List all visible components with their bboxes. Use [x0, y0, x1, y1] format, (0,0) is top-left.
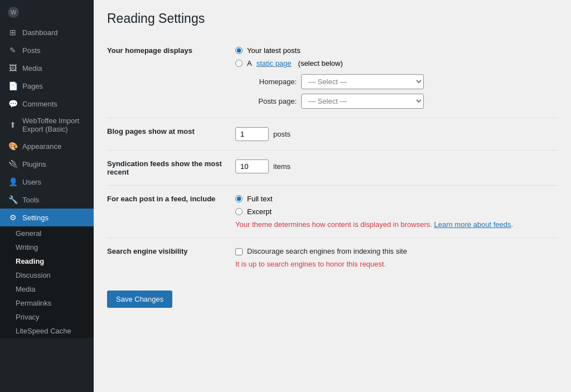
- page-title: Reading Settings: [107, 11, 558, 26]
- pages-icon: 📄: [8, 81, 18, 91]
- homepage-displays-label: Your homepage displays: [107, 37, 235, 118]
- settings-submenu: General Writing Reading Discussion Media…: [0, 226, 94, 338]
- settings-form: Your homepage displays Your latest posts…: [107, 37, 558, 317]
- submenu-media[interactable]: Media: [0, 282, 94, 296]
- search-visibility-checkbox[interactable]: [235, 248, 243, 255]
- syndication-feeds-row: Syndication feeds show the most recent i…: [107, 151, 558, 186]
- homepage-select[interactable]: — Select —: [301, 74, 424, 89]
- blog-pages-label: Blog pages show at most: [107, 118, 235, 151]
- radio-static-suffix: (select below): [298, 59, 343, 67]
- wp-logo-icon: W: [8, 7, 19, 18]
- users-icon: 👤: [8, 177, 18, 187]
- blog-pages-input[interactable]: [235, 127, 269, 141]
- posts-page-select[interactable]: — Select —: [301, 94, 424, 109]
- radio-full-text[interactable]: [235, 195, 243, 202]
- webtoffee-icon: ⬆: [8, 120, 18, 130]
- learn-more-feeds-link[interactable]: Learn more about feeds: [434, 220, 511, 229]
- homepage-displays-field: Your latest posts A static page (select …: [235, 37, 558, 118]
- sidebar-item-label: Dashboard: [22, 28, 58, 37]
- syndication-feeds-label: Syndication feeds show the most recent: [107, 151, 235, 186]
- posts-icon: ✎: [8, 45, 18, 55]
- sidebar-item-tools[interactable]: 🔧 Tools: [0, 191, 94, 209]
- submenu-reading[interactable]: Reading: [0, 254, 94, 268]
- radio-latest-posts-label: Your latest posts: [247, 46, 301, 55]
- static-page-selects: Homepage: — Select — Posts page: — Selec…: [235, 74, 558, 109]
- sidebar-item-pages[interactable]: 📄 Pages: [0, 77, 94, 95]
- sidebar-item-label: Users: [22, 178, 41, 186]
- blog-pages-suffix: posts: [273, 130, 291, 138]
- feed-include-field: Full text Excerpt Your theme determines …: [235, 186, 558, 238]
- sidebar: W ⊞ Dashboard ✎ Posts 🖼 Media 📄 Pages 💬 …: [0, 0, 94, 392]
- submit-row: Save Changes: [107, 277, 558, 317]
- search-visibility-field: Discourage search engines from indexing …: [235, 238, 558, 278]
- static-page-link[interactable]: static page: [257, 59, 292, 67]
- sidebar-item-users[interactable]: 👤 Users: [0, 173, 94, 191]
- radio-excerpt-label: Excerpt: [247, 207, 272, 216]
- homepage-select-label: Homepage:: [246, 78, 297, 86]
- sidebar-item-appearance[interactable]: 🎨 Appearance: [0, 137, 94, 155]
- syndication-feeds-field: items: [235, 151, 558, 186]
- submenu-discussion[interactable]: Discussion: [0, 268, 94, 282]
- blog-pages-row: Blog pages show at most posts: [107, 118, 558, 151]
- radio-latest-posts-option[interactable]: Your latest posts: [235, 46, 558, 55]
- syndication-feeds-input[interactable]: [235, 159, 269, 173]
- comments-icon: 💬: [8, 99, 18, 109]
- radio-full-text-label: Full text: [247, 195, 273, 203]
- feed-include-row: For each post in a feed, include Full te…: [107, 186, 558, 238]
- appearance-icon: 🎨: [8, 141, 18, 151]
- sidebar-item-label: WebToffee Import Export (Basic): [22, 117, 86, 133]
- submenu-general[interactable]: General: [0, 226, 94, 240]
- feed-info-period: .: [511, 220, 514, 229]
- radio-latest-posts[interactable]: [235, 47, 243, 54]
- submenu-writing[interactable]: Writing: [0, 240, 94, 254]
- sidebar-item-comments[interactable]: 💬 Comments: [0, 95, 94, 113]
- sidebar-item-dashboard[interactable]: ⊞ Dashboard: [0, 23, 94, 41]
- feed-info-text: Your theme determines how content is dis…: [235, 220, 558, 229]
- sidebar-item-label: Pages: [22, 82, 43, 90]
- radio-static-page[interactable]: [235, 60, 243, 67]
- homepage-radio-group: Your latest posts A static page (select …: [235, 46, 558, 67]
- blog-pages-field: posts: [235, 118, 558, 151]
- sidebar-logo: W: [0, 0, 94, 23]
- radio-static-page-option[interactable]: A static page (select below): [235, 59, 558, 67]
- radio-excerpt-option[interactable]: Excerpt: [235, 207, 558, 216]
- submenu-permalinks[interactable]: Permalinks: [0, 296, 94, 310]
- sidebar-item-webtoffee[interactable]: ⬆ WebToffee Import Export (Basic): [0, 113, 94, 137]
- syndication-input-group: items: [235, 159, 558, 173]
- homepage-select-row: Homepage: — Select —: [246, 74, 558, 89]
- feed-include-label: For each post in a feed, include: [107, 186, 235, 238]
- search-visibility-checkbox-group: Discourage search engines from indexing …: [235, 247, 558, 255]
- feed-info-prefix: Your theme determines how content is dis…: [235, 220, 432, 229]
- sidebar-item-label: Posts: [22, 46, 41, 55]
- sidebar-item-media[interactable]: 🖼 Media: [0, 59, 94, 77]
- posts-page-label: Posts page:: [246, 97, 297, 105]
- plugins-icon: 🔌: [8, 159, 18, 169]
- submenu-privacy[interactable]: Privacy: [0, 310, 94, 324]
- settings-icon: ⚙: [8, 212, 18, 222]
- search-visibility-row: Search engine visibility Discourage sear…: [107, 238, 558, 278]
- blog-pages-input-group: posts: [235, 127, 558, 141]
- search-visibility-info: It is up to search engines to honor this…: [235, 260, 558, 268]
- dashboard-icon: ⊞: [8, 27, 18, 37]
- sidebar-item-settings[interactable]: ⚙ Settings: [0, 209, 94, 226]
- media-icon: 🖼: [8, 63, 18, 73]
- feed-radio-group: Full text Excerpt: [235, 195, 558, 216]
- sidebar-item-plugins[interactable]: 🔌 Plugins: [0, 155, 94, 173]
- submenu-litespeed[interactable]: LiteSpeed Cache: [0, 324, 94, 338]
- sidebar-item-label: Appearance: [22, 142, 61, 151]
- sidebar-item-posts[interactable]: ✎ Posts: [0, 41, 94, 59]
- radio-full-text-option[interactable]: Full text: [235, 195, 558, 203]
- search-visibility-checkbox-label: Discourage search engines from indexing …: [247, 247, 407, 255]
- radio-excerpt[interactable]: [235, 208, 243, 215]
- posts-page-select-row: Posts page: — Select —: [246, 94, 558, 109]
- syndication-feeds-suffix: items: [273, 162, 291, 171]
- radio-static-prefix: A: [247, 59, 252, 67]
- homepage-displays-row: Your homepage displays Your latest posts…: [107, 37, 558, 118]
- main-content: Reading Settings Your homepage displays …: [94, 0, 571, 392]
- tools-icon: 🔧: [8, 195, 18, 205]
- sidebar-item-label: Plugins: [22, 160, 46, 168]
- save-changes-button[interactable]: Save Changes: [107, 291, 172, 308]
- search-visibility-label: Search engine visibility: [107, 238, 235, 278]
- sidebar-item-label: Comments: [22, 100, 57, 108]
- sidebar-item-label: Settings: [22, 214, 49, 222]
